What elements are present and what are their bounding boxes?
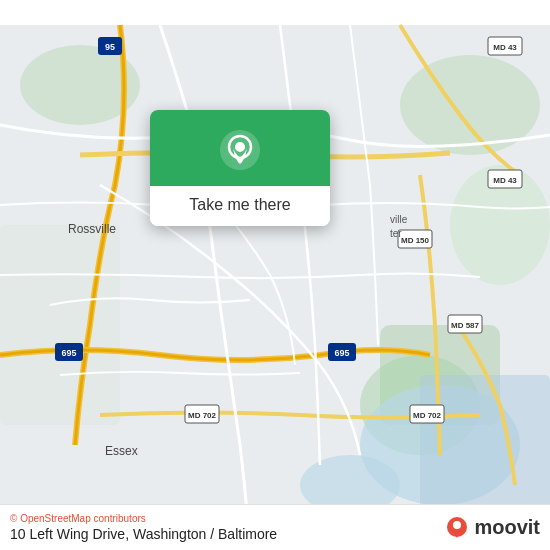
svg-text:MD 43: MD 43 [493, 43, 517, 52]
take-me-there-button[interactable]: Take me there [189, 196, 290, 214]
osm-credit: © OpenStreetMap contributors [10, 513, 277, 524]
moovit-label: moovit [474, 516, 540, 539]
svg-text:695: 695 [61, 348, 76, 358]
bottom-left-info: © OpenStreetMap contributors 10 Left Win… [10, 513, 277, 542]
svg-point-38 [453, 521, 461, 529]
moovit-logo: moovit [443, 514, 540, 542]
svg-text:MD 702: MD 702 [413, 411, 442, 420]
location-pin-icon [218, 128, 262, 172]
map-background: 95 695 695 MD 7 MD 702 MD 702 MD 150 MD … [0, 0, 550, 550]
popup-card: Take me there [150, 110, 330, 226]
svg-text:MD 587: MD 587 [451, 321, 480, 330]
svg-text:ter: ter [390, 228, 402, 239]
bottom-bar: © OpenStreetMap contributors 10 Left Win… [0, 504, 550, 550]
moovit-icon [443, 514, 471, 542]
address-text: 10 Left Wing Drive, Washington / Baltimo… [10, 526, 277, 542]
popup-header [150, 110, 330, 186]
svg-text:MD 702: MD 702 [188, 411, 217, 420]
svg-text:ville: ville [390, 214, 408, 225]
map-container: 95 695 695 MD 7 MD 702 MD 702 MD 150 MD … [0, 0, 550, 550]
svg-text:MD 43: MD 43 [493, 176, 517, 185]
svg-text:MD 150: MD 150 [401, 236, 430, 245]
svg-text:Rossville: Rossville [68, 222, 116, 236]
svg-point-36 [235, 142, 245, 152]
svg-text:Essex: Essex [105, 444, 138, 458]
svg-text:95: 95 [105, 42, 115, 52]
popup-body: Take me there [150, 186, 330, 226]
svg-text:695: 695 [334, 348, 349, 358]
